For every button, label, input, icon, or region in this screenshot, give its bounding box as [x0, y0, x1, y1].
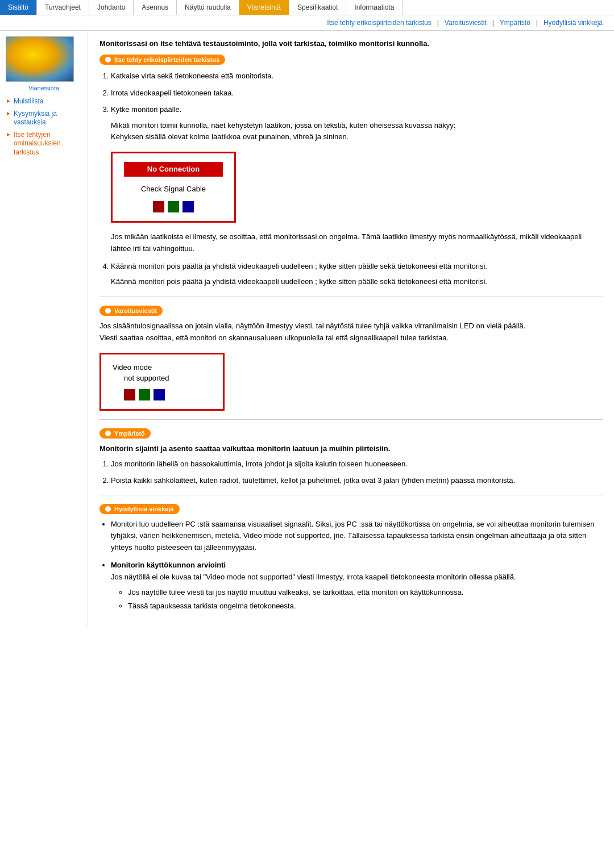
step-1: Katkaise virta sekä tietokoneesta että m… — [111, 70, 603, 82]
para-after-box: Jos mikään laatikoista ei ilmesty, se os… — [111, 231, 603, 255]
arrow-icon-1: ► — [6, 98, 11, 104]
sidebar-label: Vianetsintä — [6, 85, 82, 91]
sidebar-item-label-1: Muistilista — [14, 97, 44, 106]
para-step3: Mikäli monitori toimii kunnolla, näet ke… — [111, 120, 603, 144]
section4-bold-item: Monitorin käyttökunnon arviointi — [111, 561, 226, 569]
video-box-squares — [113, 389, 211, 400]
monitor-box-title: No Connection — [124, 162, 223, 177]
vb-square-blue — [154, 389, 165, 400]
section1-header-wrap: Itse tehty erikoispiirteiden tarkistus — [99, 55, 603, 65]
square-red — [153, 201, 164, 212]
sidebar-item-itse-tehtyjen[interactable]: ► Itse tehtyjen ominaisuuksien tarkistus — [6, 131, 82, 157]
nav-item-spesifikaatiot[interactable]: Spesifikaatiot — [289, 0, 346, 15]
section3-list: Jos monitorin lähellä on bassokaiuttimia… — [111, 458, 603, 486]
video-box-line1: Video mode — [113, 363, 211, 372]
divider-3 — [99, 495, 603, 495]
subnav-link-4[interactable]: Hyödyllisiä vinkkejä — [544, 19, 603, 27]
nav-item-informaatiota[interactable]: Informaatiota — [346, 0, 403, 15]
subbullet-2: Tässä tapauksessa tarkista ongelma tieto… — [128, 600, 603, 612]
step-3: Kytke monitori päälle. Mikäli monitori t… — [111, 104, 603, 255]
subnav-link-3[interactable]: Ympäristö — [500, 19, 530, 27]
section3-header-wrap: Ympäristö — [99, 428, 603, 439]
section4-bullet-1: Monitori luo uudelleen PC :stä saamansa … — [111, 519, 603, 554]
nav-item-naytto[interactable]: Näyttö ruudulla — [177, 0, 239, 15]
sidebar-item-label-3: Itse tehtyjen ominaisuuksien tarkistus — [14, 131, 82, 157]
section4-dot — [105, 506, 111, 512]
sidebar-item-label-2: Kysymyksiä ja vastauksia — [14, 110, 82, 127]
section4-header-wrap: Hyödyllisiä vinkkejä — [99, 504, 603, 514]
section2-dot — [105, 308, 111, 314]
section1-dot — [105, 57, 111, 62]
section3-step-1: Jos monitorin lähellä on bassokaiuttimia… — [111, 458, 603, 470]
sidebar-menu: ► Muistilista ► Kysymyksiä ja vastauksia… — [6, 97, 82, 157]
divider-1 — [99, 297, 603, 297]
sidebar-item-kysymyksia[interactable]: ► Kysymyksiä ja vastauksia — [6, 110, 82, 127]
section2-header-wrap: Varoitusviestit — [99, 306, 603, 316]
section3-header-label: Ympäristö — [114, 430, 145, 437]
divider-2 — [99, 419, 603, 420]
section3-dot — [105, 431, 111, 436]
step-2: Irrota videokaapeli tietokoneen takaa. — [111, 87, 603, 99]
monitor-box-diagram: No Connection Check Signal Cable — [111, 152, 236, 223]
video-box-line2: not supported — [113, 374, 211, 382]
sidebar-image — [6, 36, 74, 82]
section1-header-label: Itse tehty erikoispiirteiden tarkistus — [114, 56, 219, 63]
nav-item-vianetsinta[interactable]: Vianetsintä — [239, 0, 289, 15]
arrow-icon-2: ► — [6, 110, 11, 116]
video-mode-box: Video mode not supported — [99, 353, 225, 411]
section3-header-btn: Ympäristö — [99, 428, 151, 439]
section4-sub-bullets: Jos näytölle tulee viesti tai jos näyttö… — [128, 587, 603, 612]
step4-repeat: Käännä monitori pois päältä ja yhdistä v… — [111, 276, 603, 288]
main-content: Monitorissasi on itse tehtävä testaustoi… — [88, 31, 614, 626]
step-4: Käännä monitori pois päältä ja yhdistä v… — [111, 261, 603, 288]
nav-item-sisalto[interactable]: Sisältö — [0, 0, 37, 15]
section3-step-2: Poista kaikki sähkölaitteet, kuten radio… — [111, 475, 603, 486]
section4-header-label: Hyödyllisiä vinkkejä — [114, 506, 174, 512]
arrow-icon-3: ► — [6, 131, 11, 137]
vb-square-red — [124, 389, 135, 400]
steps-list: Katkaise virta sekä tietokoneesta että m… — [111, 70, 603, 288]
nav-item-turvaohjeet[interactable]: Turvaohjeet — [37, 0, 89, 15]
nav-item-johdanto[interactable]: Johdanto — [89, 0, 134, 15]
sub-navigation: Itse tehty erikoispiirteiden tarkistus |… — [0, 15, 614, 31]
section4-bullet-list: Monitori luo uudelleen PC :stä saamansa … — [111, 519, 603, 612]
top-navigation: Sisältö Turvaohjeet Johdanto Asennus Näy… — [0, 0, 614, 15]
section2-para: Jos sisääntulosignaalissa on jotain vial… — [99, 320, 603, 344]
section4-bold-para: Jos näytöllä ei ole kuvaa tai "Video mod… — [111, 573, 516, 581]
monitor-box-subtitle: Check Signal Cable — [124, 183, 223, 195]
section2-header-label: Varoitusviestit — [114, 307, 157, 314]
subbullet-1: Jos näytölle tulee viesti tai jos näyttö… — [128, 587, 603, 598]
section3-bold: Monitorin sijainti ja asento saattaa vai… — [99, 444, 603, 453]
section4-header-btn: Hyödyllisiä vinkkejä — [99, 504, 180, 514]
vb-square-green — [139, 389, 150, 400]
section4-bullet-2: Monitorin käyttökunnon arviointi Jos näy… — [111, 560, 603, 612]
sidebar-item-muistilista[interactable]: ► Muistilista — [6, 97, 82, 106]
square-green — [168, 201, 179, 212]
intro-title: Monitorissasi on itse tehtävä testaustoi… — [99, 39, 603, 48]
section2-header-btn: Varoitusviestit — [99, 306, 163, 316]
section1-header-btn: Itse tehty erikoispiirteiden tarkistus — [99, 55, 225, 65]
square-blue — [182, 201, 194, 212]
subnav-link-1[interactable]: Itse tehty erikoispiirteiden tarkistus — [327, 19, 431, 27]
sidebar: Vianetsintä ► Muistilista ► Kysymyksiä j… — [0, 31, 88, 626]
content-layout: Vianetsintä ► Muistilista ► Kysymyksiä j… — [0, 31, 614, 626]
nav-item-asennus[interactable]: Asennus — [134, 0, 177, 15]
subnav-link-2[interactable]: Varoitusviestit — [445, 19, 487, 27]
monitor-box-squares — [124, 201, 223, 212]
